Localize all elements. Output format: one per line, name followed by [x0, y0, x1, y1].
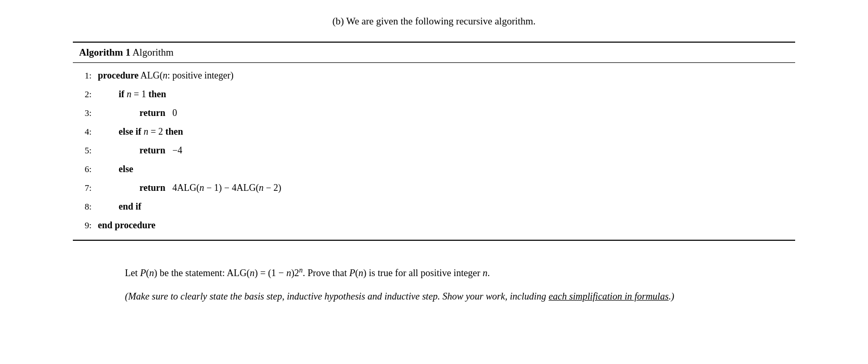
- line-content-9: end procedure: [98, 216, 789, 235]
- line-content-6: else: [98, 160, 789, 178]
- line-num-8: 8:: [79, 198, 98, 216]
- line-content-8: end if: [98, 197, 789, 216]
- line-num-4: 4:: [79, 123, 98, 141]
- algo-line-7: 7: return 4ALG(n − 1) − 4ALG(n − 2): [79, 178, 789, 197]
- algo-line-8: 8: end if: [79, 197, 789, 216]
- algorithm-header: Algorithm 1 Algorithm: [73, 43, 795, 63]
- algo-line-4: 4: else if n = 2 then: [79, 122, 789, 141]
- line-content-4: else if n = 2 then: [98, 122, 789, 141]
- algo-line-5: 5: return −4: [79, 141, 789, 160]
- line-content-7: return 4ALG(n − 1) − 4ALG(n − 2): [98, 178, 789, 197]
- intro-text: (b) We are given the following recursive…: [73, 16, 795, 27]
- algo-line-9: 9: end procedure: [79, 216, 789, 235]
- line-num-6: 6:: [79, 161, 98, 178]
- algo-line-2: 2: if n = 1 then: [79, 85, 789, 103]
- line-content-5: return −4: [98, 141, 789, 160]
- algorithm-body: 1: procedure ALG(n: positive integer) 2:…: [73, 63, 795, 240]
- proof-instruction: (Make sure to clearly state the basis st…: [125, 289, 743, 305]
- intro-label: (b) We are given the following recursive…: [333, 16, 536, 27]
- line-num-9: 9:: [79, 217, 98, 235]
- algorithm-box: Algorithm 1 Algorithm 1: procedure ALG(n…: [73, 42, 795, 241]
- line-content-1: procedure ALG(n: positive integer): [98, 66, 789, 85]
- line-num-1: 1:: [79, 67, 98, 85]
- algo-line-1: 1: procedure ALG(n: positive integer): [79, 66, 789, 85]
- algo-line-3: 3: return 0: [79, 103, 789, 122]
- line-num-2: 2:: [79, 86, 98, 103]
- algorithm-label: Algorithm 1: [79, 47, 131, 58]
- line-num-5: 5:: [79, 142, 98, 160]
- line-num-7: 7:: [79, 179, 98, 197]
- algorithm-title: Algorithm: [132, 47, 173, 58]
- proof-section: Let P(n) be the statement: ALG(n) = (1 −…: [73, 259, 795, 304]
- line-content-2: if n = 1 then: [98, 85, 789, 103]
- line-content-3: return 0: [98, 103, 789, 122]
- line-num-3: 3:: [79, 105, 98, 122]
- algo-line-6: 6: else: [79, 160, 789, 178]
- proof-statement: Let P(n) be the statement: ALG(n) = (1 −…: [125, 265, 743, 281]
